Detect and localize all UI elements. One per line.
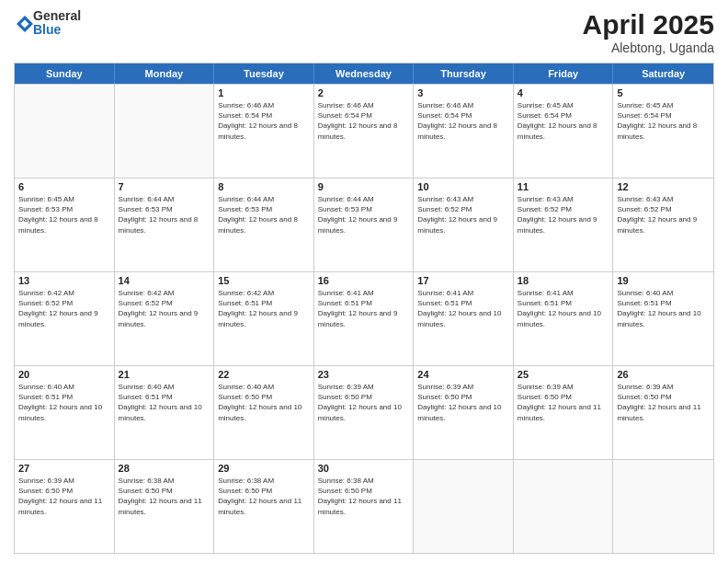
sun-info: Sunrise: 6:38 AM Sunset: 6:50 PM Dayligh… xyxy=(218,476,310,517)
calendar-cell: 24Sunrise: 6:39 AM Sunset: 6:50 PM Dayli… xyxy=(414,366,514,459)
header-day-sunday: Sunday xyxy=(15,63,115,84)
header-day-saturday: Saturday xyxy=(613,63,713,84)
sun-info: Sunrise: 6:40 AM Sunset: 6:51 PM Dayligh… xyxy=(617,288,710,329)
sun-info: Sunrise: 6:38 AM Sunset: 6:50 PM Dayligh… xyxy=(119,476,210,517)
sun-info: Sunrise: 6:39 AM Sunset: 6:50 PM Dayligh… xyxy=(417,382,509,423)
calendar-cell: 17Sunrise: 6:41 AM Sunset: 6:51 PM Dayli… xyxy=(414,272,514,365)
day-number: 11 xyxy=(518,181,609,192)
day-number: 6 xyxy=(18,181,110,192)
calendar-cell: 28Sunrise: 6:38 AM Sunset: 6:50 PM Dayli… xyxy=(115,460,215,553)
day-number: 25 xyxy=(518,369,609,380)
day-number: 14 xyxy=(119,275,210,286)
sun-info: Sunrise: 6:42 AM Sunset: 6:52 PM Dayligh… xyxy=(119,288,210,329)
day-number: 22 xyxy=(218,369,310,380)
calendar: SundayMondayTuesdayWednesdayThursdayFrid… xyxy=(14,63,714,554)
calendar-cell: 29Sunrise: 6:38 AM Sunset: 6:50 PM Dayli… xyxy=(214,460,314,553)
calendar-cell: 3Sunrise: 6:46 AM Sunset: 6:54 PM Daylig… xyxy=(414,85,514,178)
calendar-cell: 5Sunrise: 6:45 AM Sunset: 6:54 PM Daylig… xyxy=(613,85,713,178)
calendar-cell: 18Sunrise: 6:41 AM Sunset: 6:51 PM Dayli… xyxy=(514,272,614,365)
sun-info: Sunrise: 6:41 AM Sunset: 6:51 PM Dayligh… xyxy=(518,288,609,329)
header-day-wednesday: Wednesday xyxy=(314,63,415,84)
day-number: 28 xyxy=(119,463,210,474)
calendar-week-5: 27Sunrise: 6:39 AM Sunset: 6:50 PM Dayli… xyxy=(15,459,713,553)
sun-info: Sunrise: 6:40 AM Sunset: 6:51 PM Dayligh… xyxy=(18,382,110,423)
calendar-cell: 10Sunrise: 6:43 AM Sunset: 6:52 PM Dayli… xyxy=(414,178,514,271)
day-number: 10 xyxy=(417,181,509,192)
page: General Blue April 2025 Alebtong, Uganda… xyxy=(0,0,728,563)
day-number: 4 xyxy=(518,87,609,98)
header-day-monday: Monday xyxy=(115,63,215,84)
sun-info: Sunrise: 6:45 AM Sunset: 6:53 PM Dayligh… xyxy=(18,194,110,236)
calendar-cell: 13Sunrise: 6:42 AM Sunset: 6:52 PM Dayli… xyxy=(15,272,115,365)
title-block: April 2025 Alebtong, Uganda xyxy=(583,9,714,55)
calendar-cell xyxy=(514,460,614,553)
day-number: 23 xyxy=(318,369,410,380)
sun-info: Sunrise: 6:46 AM Sunset: 6:54 PM Dayligh… xyxy=(417,100,509,142)
calendar-header-row: SundayMondayTuesdayWednesdayThursdayFrid… xyxy=(15,63,713,84)
sun-info: Sunrise: 6:40 AM Sunset: 6:51 PM Dayligh… xyxy=(119,382,210,423)
sun-info: Sunrise: 6:39 AM Sunset: 6:50 PM Dayligh… xyxy=(617,382,710,423)
calendar-cell: 15Sunrise: 6:42 AM Sunset: 6:51 PM Dayli… xyxy=(214,272,314,365)
logo-blue-text: Blue xyxy=(33,23,81,37)
sun-info: Sunrise: 6:46 AM Sunset: 6:54 PM Dayligh… xyxy=(218,100,310,142)
sun-info: Sunrise: 6:46 AM Sunset: 6:54 PM Dayligh… xyxy=(318,100,410,142)
calendar-cell: 21Sunrise: 6:40 AM Sunset: 6:51 PM Dayli… xyxy=(115,366,215,459)
calendar-cell xyxy=(414,460,514,553)
calendar-cell: 7Sunrise: 6:44 AM Sunset: 6:53 PM Daylig… xyxy=(115,178,215,271)
sun-info: Sunrise: 6:38 AM Sunset: 6:50 PM Dayligh… xyxy=(318,476,410,517)
day-number: 13 xyxy=(18,275,110,286)
day-number: 27 xyxy=(18,463,110,474)
sun-info: Sunrise: 6:45 AM Sunset: 6:54 PM Dayligh… xyxy=(518,100,609,142)
day-number: 1 xyxy=(218,87,310,98)
calendar-cell: 4Sunrise: 6:45 AM Sunset: 6:54 PM Daylig… xyxy=(514,85,614,178)
calendar-cell xyxy=(613,460,713,553)
calendar-cell: 22Sunrise: 6:40 AM Sunset: 6:50 PM Dayli… xyxy=(214,366,314,459)
header-day-friday: Friday xyxy=(514,63,614,84)
calendar-cell: 9Sunrise: 6:44 AM Sunset: 6:53 PM Daylig… xyxy=(314,178,415,271)
sun-info: Sunrise: 6:45 AM Sunset: 6:54 PM Dayligh… xyxy=(617,100,710,142)
day-number: 29 xyxy=(218,463,310,474)
day-number: 7 xyxy=(119,181,210,192)
day-number: 8 xyxy=(218,181,310,192)
day-number: 2 xyxy=(318,87,410,98)
day-number: 3 xyxy=(417,87,509,98)
calendar-cell: 12Sunrise: 6:43 AM Sunset: 6:52 PM Dayli… xyxy=(613,178,713,271)
calendar-cell: 19Sunrise: 6:40 AM Sunset: 6:51 PM Dayli… xyxy=(613,272,713,365)
calendar-cell: 26Sunrise: 6:39 AM Sunset: 6:50 PM Dayli… xyxy=(613,366,713,459)
day-number: 20 xyxy=(18,369,110,380)
sun-info: Sunrise: 6:43 AM Sunset: 6:52 PM Dayligh… xyxy=(518,194,609,236)
logo-general-text: General xyxy=(33,9,81,23)
day-number: 30 xyxy=(318,463,410,474)
logo: General Blue xyxy=(14,9,81,38)
sun-info: Sunrise: 6:42 AM Sunset: 6:52 PM Dayligh… xyxy=(18,288,110,329)
calendar-cell: 6Sunrise: 6:45 AM Sunset: 6:53 PM Daylig… xyxy=(15,178,115,271)
day-number: 26 xyxy=(617,369,710,380)
day-number: 17 xyxy=(417,275,509,286)
day-number: 5 xyxy=(617,87,710,98)
calendar-cell: 27Sunrise: 6:39 AM Sunset: 6:50 PM Dayli… xyxy=(15,460,115,553)
header-day-tuesday: Tuesday xyxy=(214,63,314,84)
calendar-cell: 16Sunrise: 6:41 AM Sunset: 6:51 PM Dayli… xyxy=(314,272,415,365)
sun-info: Sunrise: 6:41 AM Sunset: 6:51 PM Dayligh… xyxy=(318,288,410,329)
sun-info: Sunrise: 6:43 AM Sunset: 6:52 PM Dayligh… xyxy=(417,194,509,236)
calendar-week-1: 1Sunrise: 6:46 AM Sunset: 6:54 PM Daylig… xyxy=(15,84,713,178)
sun-info: Sunrise: 6:44 AM Sunset: 6:53 PM Dayligh… xyxy=(119,194,210,236)
day-number: 16 xyxy=(318,275,410,286)
calendar-cell: 23Sunrise: 6:39 AM Sunset: 6:50 PM Dayli… xyxy=(314,366,415,459)
calendar-cell: 1Sunrise: 6:46 AM Sunset: 6:54 PM Daylig… xyxy=(214,85,314,178)
day-number: 12 xyxy=(617,181,710,192)
header-day-thursday: Thursday xyxy=(414,63,514,84)
sun-info: Sunrise: 6:44 AM Sunset: 6:53 PM Dayligh… xyxy=(218,194,310,236)
day-number: 18 xyxy=(518,275,609,286)
calendar-cell: 11Sunrise: 6:43 AM Sunset: 6:52 PM Dayli… xyxy=(514,178,614,271)
calendar-cell: 30Sunrise: 6:38 AM Sunset: 6:50 PM Dayli… xyxy=(314,460,415,553)
calendar-cell: 14Sunrise: 6:42 AM Sunset: 6:52 PM Dayli… xyxy=(115,272,215,365)
calendar-cell: 25Sunrise: 6:39 AM Sunset: 6:50 PM Dayli… xyxy=(514,366,614,459)
sun-info: Sunrise: 6:44 AM Sunset: 6:53 PM Dayligh… xyxy=(318,194,410,236)
day-number: 24 xyxy=(417,369,509,380)
calendar-cell: 20Sunrise: 6:40 AM Sunset: 6:51 PM Dayli… xyxy=(15,366,115,459)
day-number: 21 xyxy=(119,369,210,380)
logo-icon xyxy=(17,16,33,32)
day-number: 15 xyxy=(218,275,310,286)
calendar-cell: 2Sunrise: 6:46 AM Sunset: 6:54 PM Daylig… xyxy=(314,85,415,178)
